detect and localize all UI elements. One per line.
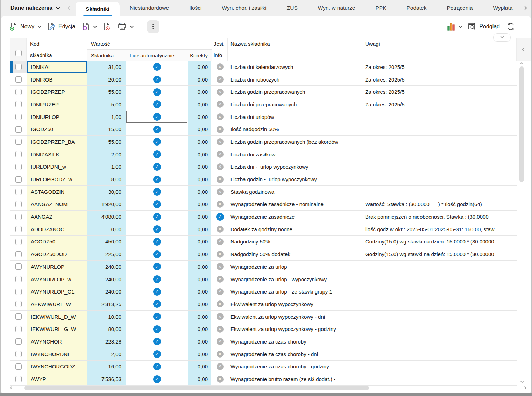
cell-uwagi[interactable]: Godziny(15.0) wg stawki na dzień: 15.000… bbox=[362, 248, 517, 260]
cell-jest-info[interactable]: ✕ bbox=[212, 298, 228, 310]
table-row[interactable]: AGODZ50DOD225,00✓0,00✕Nadgodziny 50% dod… bbox=[10, 248, 517, 261]
cell-korekty[interactable]: 0,00 bbox=[187, 148, 212, 161]
cell-korekty[interactable]: 0,00 bbox=[187, 311, 212, 323]
cell-nazwa-skladnika[interactable]: Dodatek za godziny nocne bbox=[228, 223, 362, 235]
row-checkbox[interactable] bbox=[15, 313, 22, 320]
cell-jest-info[interactable]: ✕ bbox=[212, 111, 228, 123]
cell-uwagi[interactable] bbox=[362, 111, 517, 123]
cell-jest-info[interactable]: ✕ bbox=[212, 148, 228, 161]
row-checkbox[interactable] bbox=[15, 338, 22, 345]
cell-licz-automatycznie[interactable]: ✓ bbox=[126, 298, 187, 310]
cell-jest-info[interactable]: ✕ bbox=[212, 311, 228, 323]
row-checkbox[interactable] bbox=[15, 351, 22, 357]
cell-nazwa-skladnika[interactable]: Stawka godzinowa bbox=[228, 186, 362, 198]
cell-licz-automatycznie[interactable]: ✓ bbox=[126, 211, 187, 223]
cell-kod-skladnika[interactable]: IEKWIWURL_D_W bbox=[27, 311, 87, 323]
cell-nazwa-skladnika[interactable]: Liczba dni przepracowanych bbox=[228, 98, 362, 111]
cell-uwagi[interactable] bbox=[362, 273, 517, 285]
cell-nazwa-skladnika[interactable]: Liczba dni - urlop wypoczynkowy bbox=[228, 161, 362, 173]
table-row[interactable]: IGODZPRZEP_BA55,00✓0,00✕Liczba godzin pr… bbox=[10, 136, 517, 148]
cell-kod-skladnika[interactable]: IGODZPRZEP_BA bbox=[27, 136, 87, 148]
cell-nazwa-skladnika[interactable]: Wynagrodzenie zasadnicze bbox=[228, 211, 362, 223]
horizontal-scrollbar[interactable] bbox=[10, 383, 526, 393]
cell-uwagi[interactable] bbox=[362, 323, 517, 335]
cell-jest-info[interactable]: ✕ bbox=[212, 361, 228, 373]
cell-uwagi[interactable] bbox=[362, 335, 517, 348]
cell-wartosc-skladnika[interactable]: 240,00 bbox=[87, 273, 126, 285]
cell-jest-info[interactable]: ✕ bbox=[212, 61, 228, 73]
cell-jest-info[interactable]: ✕ bbox=[212, 285, 228, 298]
select-all-checkbox[interactable] bbox=[15, 50, 22, 56]
column-header-korekty[interactable]: Korekty bbox=[187, 50, 212, 61]
table-row[interactable]: IDNIPRZEP5,00✓0,00✕Liczba dni przepracow… bbox=[10, 98, 517, 111]
tab-wyn-chor-i-zasiłki[interactable]: Wyn. chor. i zasiłki bbox=[212, 0, 276, 16]
tab-potrącenia[interactable]: Potrącenia bbox=[437, 0, 483, 16]
cell-korekty[interactable]: 0,00 bbox=[187, 223, 212, 235]
cell-licz-automatycznie[interactable]: ✓ bbox=[126, 148, 187, 161]
table-row[interactable]: AWYNURLOP_w240,00✓0,00✕Wynagrodzenie za … bbox=[10, 273, 517, 286]
cell-wartosc-skladnika[interactable]: 2,00 bbox=[87, 148, 126, 161]
cell-jest-info[interactable]: ✕ bbox=[212, 161, 228, 173]
scroll-left-icon[interactable] bbox=[10, 386, 14, 390]
cell-korekty[interactable]: 0,00 bbox=[187, 186, 212, 198]
cell-uwagi[interactable]: Godziny(15.0) wg stawki na dzień: 15.000… bbox=[362, 236, 517, 248]
cell-uwagi[interactable]: Wartość: Stawka : (30.0000 ) * Ilość god… bbox=[362, 198, 517, 211]
cell-uwagi[interactable] bbox=[362, 173, 517, 185]
cell-kod-skladnika[interactable]: IURLOPGODZ_w bbox=[27, 173, 87, 185]
table-row[interactable]: IURLOPDNI_w1,00✓0,00✕Liczba dni - urlop … bbox=[10, 161, 517, 174]
tab-ppk[interactable]: PPK bbox=[365, 0, 396, 16]
cell-kod-skladnika[interactable]: IGODZPRZEP bbox=[27, 86, 87, 98]
cell-licz-automatycznie[interactable]: ✓ bbox=[126, 161, 187, 173]
cell-nazwa-skladnika[interactable]: Liczba dni roboczych bbox=[228, 73, 362, 86]
cell-licz-automatycznie[interactable]: ✓ bbox=[126, 86, 187, 98]
cell-korekty[interactable]: 0,00 bbox=[187, 198, 212, 211]
cell-kod-skladnika[interactable]: IDNIKAL bbox=[27, 61, 87, 73]
table-row[interactable]: AWYNCHOR228,28✓0,00✕Wynagrodzenie za cza… bbox=[10, 335, 517, 348]
tab-scroll-left-icon[interactable] bbox=[67, 6, 71, 10]
cell-licz-automatycznie[interactable]: ✓ bbox=[126, 61, 187, 73]
cell-licz-automatycznie[interactable]: ✓ bbox=[126, 111, 187, 123]
cell-kod-skladnika[interactable]: AWYNURLOP_w bbox=[27, 273, 87, 285]
cell-wartosc-skladnika[interactable]: 225,00 bbox=[87, 248, 126, 260]
table-row[interactable]: AGODZ50450,00✓0,00✕Nadgodziny 50%Godziny… bbox=[10, 236, 517, 248]
cell-licz-automatycznie[interactable]: ✓ bbox=[126, 248, 187, 260]
table-row[interactable]: IEKWIWURL_G_W80,00✓0,00✕Ekwiwalent za ur… bbox=[10, 323, 517, 335]
cell-licz-automatycznie[interactable]: ✓ bbox=[126, 323, 187, 335]
cell-nazwa-skladnika[interactable]: Liczba godzin - urlop wypoczynkowy bbox=[228, 173, 362, 185]
table-row[interactable]: IDNIURLOP1,00✓0,00✕Liczba dni urlopów bbox=[10, 111, 517, 123]
cell-wartosc-skladnika[interactable]: 4'080,00 bbox=[87, 211, 126, 223]
cell-korekty[interactable]: 0,00 bbox=[187, 161, 212, 173]
cell-wartosc-skladnika[interactable]: 20,00 bbox=[87, 73, 126, 86]
vertical-scrollbar-thumb[interactable] bbox=[519, 66, 524, 182]
collapse-toolbar-button[interactable] bbox=[493, 33, 511, 42]
tab-scroll-right-icon[interactable] bbox=[523, 6, 527, 10]
cell-korekty[interactable]: 0,00 bbox=[187, 61, 212, 73]
cell-uwagi[interactable] bbox=[362, 311, 517, 323]
cell-wartosc-skladnika[interactable]: 30,00 bbox=[87, 186, 126, 198]
cell-korekty[interactable]: 0,00 bbox=[187, 173, 212, 185]
cell-wartosc-skladnika[interactable]: 450,00 bbox=[87, 236, 126, 248]
cell-nazwa-skladnika[interactable]: Wynagrodzenie za czas choroby - godziny bbox=[228, 361, 362, 373]
cell-uwagi[interactable] bbox=[362, 148, 517, 161]
cell-kod-skladnika[interactable]: IGODZ50 bbox=[27, 123, 87, 135]
cell-kod-skladnika[interactable]: AANGAZ bbox=[27, 211, 87, 223]
row-checkbox[interactable] bbox=[15, 114, 22, 120]
cell-licz-automatycznie[interactable]: ✓ bbox=[126, 173, 187, 185]
table-row[interactable]: AANGAZ_NOM1'920,00✓0,00✕Wynagrodzenie za… bbox=[10, 198, 517, 211]
cell-wartosc-skladnika[interactable]: 15,00 bbox=[87, 123, 126, 135]
row-checkbox[interactable] bbox=[15, 363, 22, 370]
cell-kod-skladnika[interactable]: AANGAZ_NOM bbox=[27, 198, 87, 211]
row-checkbox[interactable] bbox=[15, 176, 22, 183]
cell-uwagi[interactable]: Brak pomniejszeń o nieobecności. Stawka … bbox=[362, 211, 517, 223]
column-header-nazwa-skladnika[interactable]: Nazwa składnika bbox=[228, 38, 362, 61]
cell-wartosc-skladnika[interactable]: 240,00 bbox=[87, 261, 126, 273]
cell-wartosc-skladnika[interactable]: 5,00 bbox=[87, 98, 126, 111]
table-row[interactable]: IGODZPRZEP55,00✓0,00✕Liczba godzin przep… bbox=[10, 86, 517, 98]
cell-uwagi[interactable]: Za okres: 2025/5 bbox=[362, 61, 517, 73]
cell-jest-info[interactable]: ✕ bbox=[212, 198, 228, 211]
cell-wartosc-skladnika[interactable]: 1'920,00 bbox=[87, 198, 126, 211]
cell-nazwa-skladnika[interactable]: Liczba godzin przepracowanych (bez akord… bbox=[228, 136, 362, 148]
cell-korekty[interactable]: 0,00 bbox=[187, 73, 212, 86]
cell-nazwa-skladnika[interactable]: Ekwiwalent za urlop wypoczynkowy - dni bbox=[228, 311, 362, 323]
cell-nazwa-skladnika[interactable]: Ilość nadgodzin 50% bbox=[228, 123, 362, 135]
